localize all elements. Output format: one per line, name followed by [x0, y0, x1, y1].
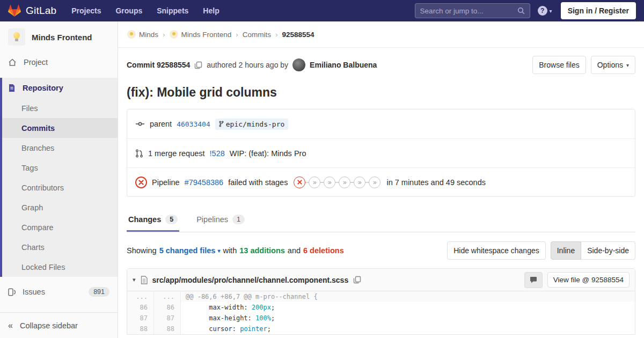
changes-summary-bar: Showing 5 changed files ▾ with 13 additi… — [127, 241, 635, 260]
breadcrumb-separator: › — [236, 31, 238, 39]
sidebar-item-issues[interactable]: Issues 891 — [0, 281, 118, 303]
copy-commit-sha-icon[interactable] — [194, 61, 202, 69]
diff-view-controls: Hide whitespace changes Inline Side-by-s… — [447, 241, 635, 260]
view-file-button[interactable]: View file @ 92588554 — [547, 272, 630, 288]
collapse-diff-icon[interactable]: ▾ — [133, 276, 136, 283]
search-box[interactable] — [415, 3, 530, 18]
sidebar-item-contributors[interactable]: Contributors — [2, 178, 118, 197]
file-path-link[interactable]: src/app/modules/pro/channel/channel.comp… — [152, 276, 349, 284]
help-icon: ? — [538, 6, 547, 16]
branch-ref-label[interactable]: epic/minds-pro — [215, 119, 289, 130]
nav-link-help[interactable]: Help — [203, 6, 219, 15]
toggle-comments-button[interactable] — [524, 272, 543, 288]
mr-title: WIP: (feat): Minds Pro — [230, 149, 306, 158]
diff-line-row: 86 86 max-width: 200px; — [127, 302, 635, 313]
side-by-side-view-button[interactable]: Side-by-side — [581, 241, 635, 260]
sidebar-item-repository[interactable]: Repository — [2, 78, 118, 98]
search-icon — [517, 7, 525, 14]
nav-link-projects[interactable]: Projects — [71, 6, 101, 15]
sidebar-section-repository: Repository Files Commits Branches Tags C… — [0, 78, 118, 277]
changes-summary-text: Showing 5 changed files ▾ with 13 additi… — [127, 246, 344, 255]
pipeline-id-link[interactable]: #79458386 — [185, 178, 224, 187]
merge-request-row: 1 merge request !528 WIP: (feat): Minds … — [127, 138, 635, 167]
nav-link-groups[interactable]: Groups — [115, 6, 142, 15]
new-line-number[interactable]: 88 — [154, 324, 181, 334]
new-line-number[interactable]: 86 — [154, 302, 181, 313]
stage-skipped-icon[interactable]: » — [309, 177, 320, 188]
author-name[interactable]: Emiliano Balbuena — [310, 61, 377, 69]
main-content: Minds › Minds Frontend › Commits › 92588… — [118, 21, 644, 338]
sidebar-item-files[interactable]: Files — [2, 98, 118, 118]
stage-skipped-icon[interactable]: » — [354, 177, 365, 188]
parent-sha-link[interactable]: 46033404 — [177, 120, 210, 128]
breadcrumb-minds[interactable]: Minds — [127, 30, 158, 39]
pipeline-failed-icon[interactable] — [135, 177, 147, 188]
hunk-header-text: @@ -86,6 +86,7 @@ m-pro--channel { — [181, 291, 635, 302]
sidebar-item-branches[interactable]: Branches — [2, 138, 118, 158]
stage-skipped-icon[interactable]: » — [324, 177, 335, 188]
lightbulb-icon — [13, 32, 20, 39]
commit-tabs: Changes 5 Pipelines 1 — [127, 208, 635, 232]
old-line-number[interactable]: 86 — [127, 302, 154, 313]
mini-pipeline-graph: » » » » » — [294, 177, 380, 188]
issues-count-badge: 891 — [89, 287, 109, 297]
hide-whitespace-button[interactable]: Hide whitespace changes — [447, 241, 546, 260]
gitlab-tanuki-icon — [8, 4, 21, 17]
stage-skipped-icon[interactable]: » — [369, 177, 380, 188]
sidebar-item-compare[interactable]: Compare — [2, 217, 118, 237]
sidebar-item-tags[interactable]: Tags — [2, 158, 118, 178]
help-menu[interactable]: ? ▾ — [538, 6, 552, 16]
top-navbar: GitLab Projects Groups Snippets Help ? ▾… — [0, 0, 644, 21]
old-line-number[interactable]: 88 — [127, 324, 154, 334]
project-avatar — [8, 28, 25, 46]
search-input[interactable] — [420, 7, 517, 15]
chevron-down-icon: ▾ — [550, 8, 552, 14]
commit-page: Commit 92588554 authored 2 hours ago by … — [118, 48, 644, 338]
sidebar-item-charts[interactable]: Charts — [2, 237, 118, 257]
project-header[interactable]: Minds Frontend — [0, 21, 118, 52]
project-sidebar: Minds Frontend Project Repository Files … — [0, 21, 118, 338]
breadcrumb-commits[interactable]: Commits — [243, 31, 271, 39]
issues-icon — [8, 288, 16, 296]
diff-line-row: 87 87 max-height: 100%; — [127, 313, 635, 324]
browse-files-button[interactable]: Browse files — [532, 56, 586, 74]
commit-info-box: parent 46033404 epic/minds-pro 1 merge r… — [127, 109, 635, 197]
collapse-label: Collapse sidebar — [20, 321, 78, 330]
copy-file-path-icon[interactable] — [353, 276, 361, 284]
sidebar-item-graph[interactable]: Graph — [2, 197, 118, 217]
code-line: max-width: 200px; — [181, 302, 635, 313]
group-avatar — [127, 30, 136, 39]
changes-count-badge: 5 — [165, 215, 178, 224]
author-avatar[interactable] — [292, 58, 305, 71]
inline-view-button[interactable]: Inline — [551, 241, 581, 260]
parent-row: parent 46033404 epic/minds-pro — [127, 109, 635, 138]
file-icon — [141, 276, 148, 284]
commit-time: 2 hours ago — [238, 61, 278, 69]
old-line-number[interactable]: 87 — [127, 313, 154, 324]
diff-file-panel: ▾ src/app/modules/pro/channel/channel.co… — [127, 268, 635, 335]
sidebar-item-commits[interactable]: Commits — [2, 118, 118, 138]
stage-skipped-icon[interactable]: » — [339, 177, 350, 188]
mr-id-link[interactable]: !528 — [210, 149, 225, 158]
sign-in-register-button[interactable]: Sign in / Register — [561, 2, 636, 19]
sidebar-item-locked-files[interactable]: Locked Files — [2, 257, 118, 277]
commit-icon — [135, 120, 145, 128]
options-dropdown-button[interactable]: Options ▾ — [591, 56, 635, 74]
sidebar-item-label: Project — [24, 58, 48, 67]
breadcrumb-minds-frontend[interactable]: Minds Frontend — [170, 30, 232, 39]
stage-failed-icon[interactable] — [294, 177, 305, 188]
changed-files-dropdown[interactable]: 5 changed files ▾ — [159, 246, 221, 255]
code-line: max-height: 100%; — [181, 313, 635, 324]
collapse-sidebar-button[interactable]: « Collapse sidebar — [0, 312, 118, 338]
collapse-icon: « — [8, 321, 13, 330]
breadcrumb-current-sha: 92588554 — [282, 31, 314, 39]
nav-link-snippets[interactable]: Snippets — [157, 6, 188, 15]
sidebar-item-project[interactable]: Project — [0, 52, 118, 72]
gitlab-brand[interactable]: GitLab — [8, 4, 56, 17]
tab-changes[interactable]: Changes 5 — [127, 208, 179, 232]
breadcrumb-separator: › — [275, 31, 278, 39]
new-line-number: ... — [154, 291, 181, 302]
pipelines-count-badge: 1 — [232, 215, 245, 224]
tab-pipelines[interactable]: Pipelines 1 — [195, 208, 246, 232]
new-line-number[interactable]: 87 — [154, 313, 181, 324]
